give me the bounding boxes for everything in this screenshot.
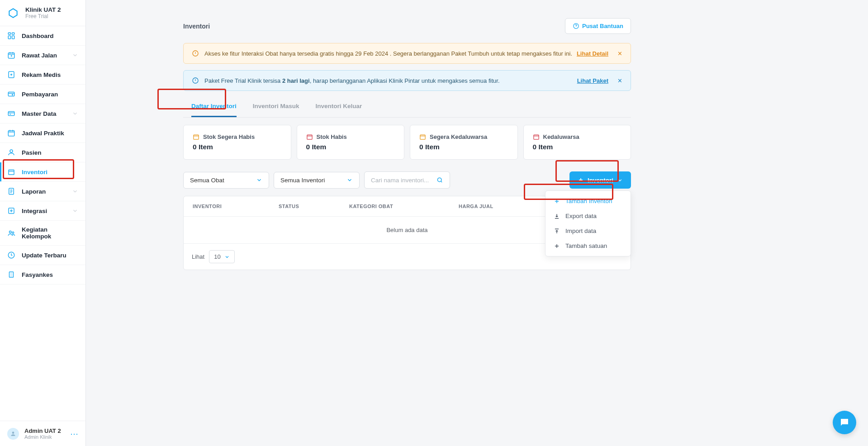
sidebar-item-label: Master Data: [22, 110, 57, 117]
svg-point-14: [12, 232, 14, 233]
doc-plus-icon: [7, 71, 15, 79]
dropdown-label: Export data: [565, 213, 597, 219]
svg-rect-3: [12, 36, 14, 39]
report-icon: [7, 187, 15, 195]
sidebar-item-label: Pasien: [22, 149, 42, 156]
svg-rect-6: [8, 92, 14, 96]
tab-inventori-masuk[interactable]: Inventori Masuk: [253, 97, 299, 117]
chat-icon: [839, 417, 850, 428]
calendar-icon: [7, 129, 15, 137]
card-title: Stok Habis: [317, 133, 347, 140]
sidebar-header: Klinik UAT 2 Free Trial: [0, 0, 85, 26]
info-icon: [192, 77, 199, 84]
summary-card[interactable]: Kedaluwarsa0 Item: [523, 125, 631, 160]
dropdown-label: Tambah satuan: [565, 242, 607, 249]
sidebar-item-label: Kegiatan Kelompok: [22, 226, 78, 240]
sidebar-item-laporan[interactable]: Laporan: [0, 182, 85, 201]
card-title: Segera Kedaluwarsa: [430, 133, 487, 140]
card-value: 0 Item: [306, 143, 395, 151]
filter-obat-select[interactable]: Semua Obat: [183, 172, 269, 189]
svg-rect-22: [307, 135, 312, 139]
add-dropdown: Tambah InventoriExport dataImport dataTa…: [545, 190, 631, 256]
sidebar-item-pasien[interactable]: Pasien: [0, 143, 85, 162]
plus-icon: [554, 243, 560, 249]
sidebar-item-label: Update Terbaru: [22, 252, 66, 259]
card-icon: [7, 109, 15, 118]
alert-warn-link[interactable]: Lihat Detail: [577, 50, 608, 57]
svg-rect-10: [9, 170, 14, 175]
sidebar-item-jadwal-praktik[interactable]: Jadwal Praktik: [0, 123, 85, 143]
sidebar-item-inventori[interactable]: Inventori: [0, 162, 85, 182]
filter-inventori-select[interactable]: Semua Inventori: [274, 172, 360, 189]
dropdown-label: Tambah Inventori: [565, 198, 612, 204]
sidebar-item-label: Jadwal Praktik: [22, 130, 64, 137]
svg-rect-7: [8, 112, 14, 116]
svg-rect-23: [420, 135, 425, 139]
sidebar-item-fasyankes[interactable]: Fasyankes: [0, 265, 85, 285]
sidebar-item-label: Fasyankes: [22, 271, 53, 278]
sidebar-item-rekam-medis[interactable]: Rekam Medis: [0, 65, 85, 85]
sidebar-item-dashboard[interactable]: Dashboard: [0, 26, 85, 46]
sidebar-item-rawat-jalan[interactable]: Rawat Jalan: [0, 46, 85, 65]
chevron-down-icon: [72, 188, 78, 195]
alert-warn-text: Akses ke fitur Interaksi Obat hanya ters…: [204, 50, 572, 57]
dashboard-icon: [7, 32, 15, 40]
filter-inventori-value: Semua Inventori: [280, 177, 325, 184]
dropdown-tambah-satuan[interactable]: Tambah satuan: [545, 238, 631, 253]
card-title: Kedaluwarsa: [543, 133, 579, 140]
svg-rect-16: [9, 272, 14, 277]
calendar-icon: [193, 133, 199, 140]
search-box[interactable]: [364, 171, 450, 189]
card-value: 0 Item: [419, 143, 508, 151]
summary-card[interactable]: Segera Kedaluwarsa0 Item: [410, 125, 518, 160]
sidebar-item-kegiatan-kelompok[interactable]: Kegiatan Kelompok: [0, 221, 85, 246]
user-menu-icon[interactable]: ⋯: [70, 429, 78, 439]
card-value: 0 Item: [533, 143, 622, 151]
calendar-icon: [419, 133, 426, 140]
tab-inventori-keluar[interactable]: Inventori Keluar: [316, 97, 362, 117]
building-icon: [7, 270, 15, 279]
sidebar: Klinik UAT 2 Free Trial DashboardRawat J…: [0, 0, 86, 446]
dropdown-export-data[interactable]: Export data: [545, 209, 631, 223]
alert-info: Paket Free Trial Klinik tersisa 2 hari l…: [183, 70, 631, 91]
sidebar-item-master-data[interactable]: Master Data: [0, 104, 85, 123]
chat-fab[interactable]: [833, 411, 856, 434]
sidebar-footer[interactable]: Admin UAT 2 Admin Klinik ⋯: [0, 421, 85, 446]
add-inventori-button[interactable]: ＋ Inventori: [569, 171, 631, 189]
add-inventori-label: Inventori: [588, 177, 613, 184]
sidebar-item-integrasi[interactable]: Integrasi: [0, 201, 85, 221]
alert-warn-close[interactable]: ✕: [617, 50, 622, 57]
card-value: 0 Item: [193, 143, 282, 151]
chevron-down-icon: [72, 208, 78, 214]
clinic-name: Klinik UAT 2: [25, 6, 61, 13]
summary-card[interactable]: Stok Habis0 Item: [297, 125, 405, 160]
help-icon: [573, 23, 579, 29]
sidebar-item-label: Inventori: [22, 169, 47, 176]
chevron-down-icon: [72, 110, 78, 117]
search-input[interactable]: [371, 177, 436, 184]
dropdown-tambah-inventori[interactable]: Tambah Inventori: [545, 194, 631, 209]
svg-rect-2: [8, 36, 10, 39]
sidebar-item-pembayaran[interactable]: Pembayaran: [0, 85, 85, 104]
download-icon: [554, 213, 560, 219]
sidebar-nav: DashboardRawat JalanRekam MedisPembayara…: [0, 26, 85, 421]
summary-card[interactable]: Stok Segera Habis0 Item: [183, 125, 291, 160]
sidebar-item-update-terbaru[interactable]: Update Terbaru: [0, 246, 85, 265]
group-icon: [7, 229, 15, 237]
svg-point-17: [12, 432, 14, 434]
tab-daftar-inventori[interactable]: Daftar Inventori: [191, 97, 237, 117]
tabs: Daftar InventoriInventori MasukInventori…: [183, 97, 631, 118]
page-title: Inventori: [183, 23, 210, 30]
col-kategori: KATEGORI OBAT: [349, 204, 459, 209]
alert-info-close[interactable]: ✕: [617, 77, 622, 84]
help-center-button[interactable]: Pusat Bantuan: [565, 18, 631, 34]
dropdown-import-data[interactable]: Import data: [545, 223, 631, 238]
page-size-select[interactable]: 10: [209, 250, 234, 263]
sidebar-item-label: Pembayaran: [22, 91, 58, 98]
clock-icon: [7, 251, 15, 259]
sidebar-item-label: Integrasi: [22, 208, 47, 214]
alert-info-link[interactable]: Lihat Paket: [577, 77, 608, 84]
svg-rect-8: [8, 131, 14, 136]
page-size-value: 10: [214, 253, 220, 260]
calendar-icon: [533, 133, 540, 140]
